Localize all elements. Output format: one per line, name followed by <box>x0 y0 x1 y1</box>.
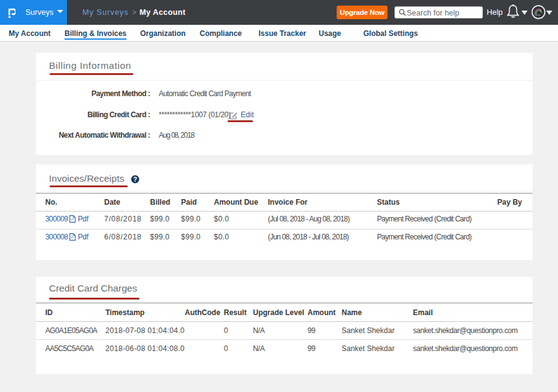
svg-text:?: ? <box>133 176 137 183</box>
